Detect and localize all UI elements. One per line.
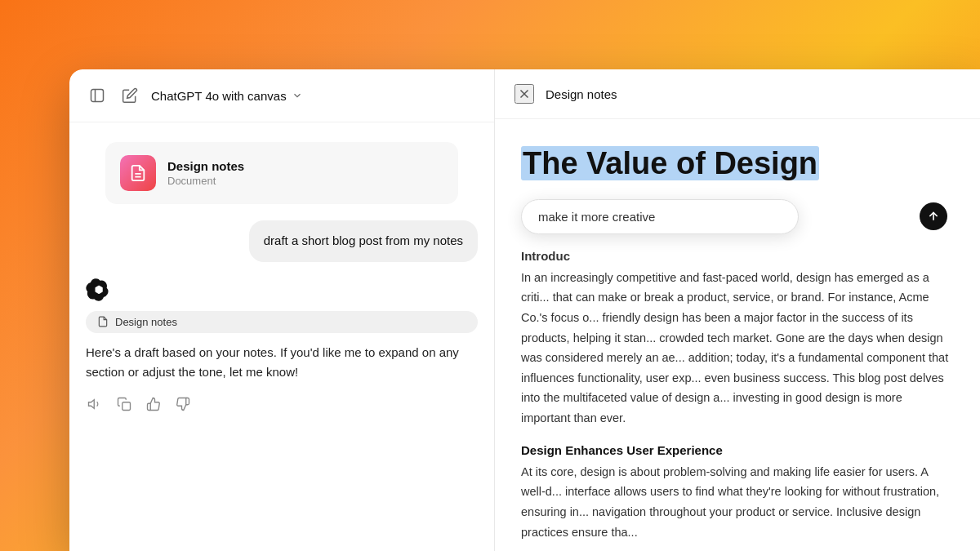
user-message-bubble: draft a short blog post from my notes <box>249 220 478 262</box>
close-canvas-button[interactable] <box>514 84 534 104</box>
doc-chip-label: Design notes <box>115 316 177 328</box>
submit-arrow-icon <box>927 210 940 223</box>
section2-heading: Design Enhances User Experience <box>521 443 954 457</box>
paragraph1: In an increasingly competitive and fast-… <box>521 268 954 429</box>
doc-heading: The Value of Design <box>521 145 819 183</box>
canvas-content[interactable]: The Value of Design Introduc In an incre… <box>495 119 980 551</box>
app-window: ChatGPT 4o with canvas Desi <box>69 69 980 551</box>
new-chat-button[interactable] <box>118 84 141 107</box>
thumbs-up-button[interactable] <box>145 395 163 413</box>
svg-rect-0 <box>91 90 104 102</box>
user-message-text: draft a short blog post from my notes <box>264 233 463 247</box>
doc-info: Design notes Document <box>167 159 244 187</box>
chatgpt-logo-icon <box>86 278 109 301</box>
section1-label: Introduc <box>521 249 954 263</box>
canvas-panel: Design notes The Value of Design Introdu… <box>494 69 980 551</box>
canvas-header: Design notes <box>495 69 980 119</box>
paragraph2: At its core, design is about problem-sol… <box>521 462 954 543</box>
ai-response-text: Here's a draft based on your notes. If y… <box>86 343 478 382</box>
copy-button[interactable] <box>115 395 133 413</box>
audio-button[interactable] <box>86 395 104 413</box>
doc-chip-file-icon <box>97 316 109 327</box>
referenced-doc-chip[interactable]: Design notes <box>86 311 478 333</box>
ai-header-row <box>86 278 478 301</box>
doc-title: Design notes <box>167 159 244 173</box>
model-selector[interactable]: ChatGPT 4o with canvas <box>151 89 303 103</box>
close-icon <box>517 87 532 101</box>
inline-edit-input[interactable] <box>521 199 799 234</box>
chat-panel: ChatGPT 4o with canvas Desi <box>69 69 494 551</box>
document-card[interactable]: Design notes Document <box>105 142 458 204</box>
doc-heading-text: The Value of Design <box>521 146 819 180</box>
thumbs-down-button[interactable] <box>174 395 192 413</box>
chat-header: ChatGPT 4o with canvas <box>69 69 494 122</box>
model-name: ChatGPT 4o with canvas <box>151 89 287 103</box>
copy-icon <box>117 397 131 411</box>
inline-input-wrapper <box>521 199 954 234</box>
audio-icon <box>87 397 102 411</box>
thumbs-down-icon <box>176 397 190 411</box>
svg-rect-5 <box>122 402 131 410</box>
chevron-down-icon <box>292 90 303 101</box>
file-icon <box>129 164 147 182</box>
sidebar-toggle-button[interactable] <box>86 84 109 107</box>
ai-response: Design notes Here's a draft based on you… <box>86 278 478 413</box>
thumbs-up-icon <box>146 397 161 411</box>
inline-submit-button[interactable] <box>920 202 947 230</box>
action-row <box>86 392 478 413</box>
chat-content: Design notes Document draft a short blog… <box>69 122 494 551</box>
doc-type: Document <box>167 175 244 187</box>
canvas-title: Design notes <box>546 87 617 101</box>
doc-icon <box>120 155 156 191</box>
svg-marker-4 <box>89 399 95 408</box>
